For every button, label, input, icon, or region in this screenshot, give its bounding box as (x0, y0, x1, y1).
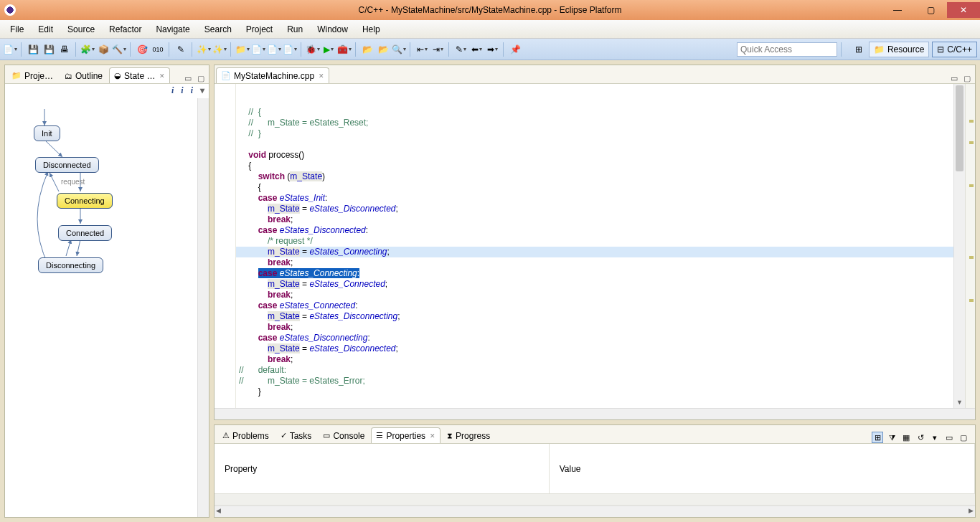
perspective-resource[interactable]: 📁 Resource (869, 42, 929, 57)
menu-search[interactable]: Search (197, 22, 239, 37)
state-init[interactable]: Init (34, 125, 60, 141)
tab-problems[interactable]: ⚠ Problems (217, 427, 274, 443)
show-adv-icon[interactable]: ▦ (900, 432, 912, 443)
scrollbar[interactable] (197, 98, 209, 517)
tab-properties[interactable]: ☰ Properties ✕ (371, 427, 440, 443)
view-menu-icon[interactable]: ▾ (200, 85, 204, 97)
editor-body[interactable]: // { // m_State = eStates_Reset; // } − … (215, 84, 975, 408)
col-value[interactable]: Value (549, 444, 974, 494)
wand2-icon[interactable]: ✨ (197, 42, 211, 57)
ext-tools-icon[interactable]: 🧰 (337, 42, 352, 57)
wand3-icon[interactable]: ✨ (212, 42, 227, 57)
print-icon[interactable]: 🖶 (57, 42, 72, 57)
open-perspective-icon[interactable]: ⊞ (852, 42, 866, 57)
prev-ann-icon[interactable]: ⇤ (415, 42, 429, 57)
new-class-icon[interactable]: 📄 (251, 42, 265, 57)
quick-access-input[interactable] (737, 42, 837, 57)
gutter[interactable] (215, 84, 236, 408)
tab-proj-label: Proje… (24, 71, 53, 81)
target-icon[interactable]: 🎯 (135, 42, 149, 57)
hammer-icon[interactable]: 🔨 (112, 42, 126, 57)
back-icon[interactable]: ⬅ (469, 42, 484, 57)
maximize-button[interactable]: ▢ (914, 2, 947, 18)
state-connecting[interactable]: Connecting (57, 193, 113, 209)
menu-help[interactable]: Help (355, 22, 387, 37)
table-row[interactable] (215, 494, 975, 506)
info-icon[interactable]: i (171, 85, 174, 97)
maximize-view-icon[interactable]: ▢ (962, 73, 972, 83)
close-icon[interactable]: ✕ (159, 72, 165, 80)
wand-icon[interactable]: ✎ (174, 42, 188, 57)
new-proj-icon[interactable]: 📁 (235, 42, 250, 57)
editor-pane: 📄 MyStateMachine.cpp ✕ ▭ ▢ // { // m_Sta… (214, 65, 976, 420)
minimize-view-icon[interactable]: ▭ (943, 432, 955, 443)
col-property[interactable]: Property (215, 444, 549, 494)
tab-outline-label: Outline (75, 71, 103, 81)
menu-project[interactable]: Project (239, 22, 280, 37)
overview-ruler[interactable] (965, 84, 975, 408)
menu-navigate[interactable]: Navigate (149, 22, 197, 37)
save-icon[interactable]: 💾 (26, 42, 40, 57)
defaults-icon[interactable]: ↺ (915, 432, 926, 443)
minimize-view-icon[interactable]: ▭ (183, 73, 193, 83)
menu-file[interactable]: File (3, 22, 31, 37)
editor-hscroll[interactable] (215, 408, 975, 419)
perspective-cpp[interactable]: ⊟ C/C++ (932, 42, 977, 57)
pin-icon[interactable]: 📌 (508, 42, 522, 57)
close-button[interactable]: ✕ (947, 2, 980, 18)
tab-state-machine[interactable]: ◒ State …✕ (109, 67, 170, 83)
minimize-button[interactable]: — (881, 2, 914, 18)
open-task-icon[interactable]: 📂 (376, 42, 390, 57)
maximize-view-icon[interactable]: ▢ (196, 73, 206, 83)
code-area[interactable]: // { // m_State = eStates_Reset; // } − … (236, 84, 953, 408)
state-diagram[interactable]: Init Disconnected request Connecting Con… (5, 98, 209, 517)
close-icon[interactable]: ✕ (319, 72, 324, 80)
minimize-view-icon[interactable]: ▭ (949, 73, 959, 83)
editor-area: 📄 MyStateMachine.cpp ✕ ▭ ▢ // { // m_Sta… (214, 65, 976, 518)
info-icon[interactable]: i (191, 85, 193, 97)
new-icon[interactable]: 📄 (3, 42, 17, 57)
svg-line-5 (77, 239, 80, 256)
svg-line-3 (50, 173, 59, 191)
scroll-thumb[interactable] (956, 85, 963, 171)
state-disconnecting[interactable]: Disconnecting (38, 257, 103, 273)
fwd-icon[interactable]: ➡ (485, 42, 499, 57)
menu-source[interactable]: Source (60, 22, 102, 37)
close-icon[interactable]: ✕ (430, 432, 435, 440)
build-all-icon[interactable]: 📦 (96, 42, 110, 57)
tab-tasks[interactable]: ✓ Tasks (275, 427, 317, 443)
next-ann-icon[interactable]: ⇥ (430, 42, 445, 57)
state-connected[interactable]: Connected (58, 225, 112, 241)
save-all-icon[interactable]: 💾 (42, 42, 56, 57)
last-edit-icon[interactable]: ✎ (453, 42, 468, 57)
open-type-icon[interactable]: 📂 (360, 42, 374, 57)
new-src-icon[interactable]: 📄 (267, 42, 281, 57)
tab-console[interactable]: ▭ Console (318, 427, 369, 443)
menu-run[interactable]: Run (280, 22, 310, 37)
tab-progress[interactable]: ⧗ Progress (442, 427, 495, 443)
editor-vscroll[interactable]: ▲ ▼ (953, 84, 965, 408)
bottom-hscroll[interactable] (215, 506, 975, 517)
tab-project-explorer[interactable]: 📁 Proje… (6, 67, 58, 83)
run-icon[interactable]: ▶ (321, 42, 336, 57)
left-tabbar: 📁 Proje… 🗂 Outline ◒ State …✕ ▭ ▢ (5, 65, 209, 84)
state-disconnected[interactable]: Disconnected (35, 157, 99, 173)
new-hdr-icon[interactable]: 📄 (283, 42, 297, 57)
tab-editor-file[interactable]: 📄 MyStateMachine.cpp ✕ (216, 67, 329, 83)
info-icon[interactable]: i (181, 85, 183, 97)
categories-icon[interactable]: ⊞ (872, 432, 883, 443)
search-icon[interactable]: 🔍 (392, 42, 406, 57)
scroll-down-icon[interactable]: ▼ (954, 397, 965, 408)
filter-icon[interactable]: ⧩ (886, 432, 897, 443)
tab-outline[interactable]: 🗂 Outline (60, 67, 108, 83)
debug-icon[interactable]: 🐞 (306, 42, 320, 57)
menu-window[interactable]: Window (310, 22, 355, 37)
menu-refactor[interactable]: Refactor (102, 22, 149, 37)
binary-icon[interactable]: 010 (151, 42, 165, 57)
menu-edit[interactable]: Edit (31, 22, 60, 37)
maximize-view-icon[interactable]: ▢ (958, 432, 969, 443)
svg-line-1 (44, 140, 62, 157)
build-icon[interactable]: 🧩 (80, 42, 95, 57)
view-menu-icon[interactable]: ▾ (929, 432, 941, 443)
bottom-view: ⚠ Problems ✓ Tasks ▭ Console ☰ Propertie… (214, 424, 976, 518)
